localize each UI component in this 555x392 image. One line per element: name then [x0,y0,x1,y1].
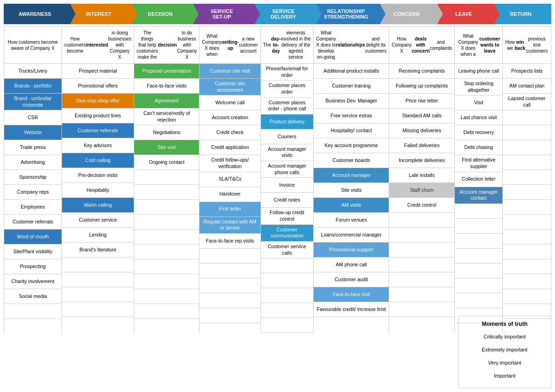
data-cell-r6-c8 [503,155,551,170]
data-cell-r4-c2: Negotiations [134,125,199,140]
data-cell-r0-c3: Customer site visit [199,64,260,79]
data-cell-r16-c3 [199,308,260,323]
data-cell-r13-c4 [261,273,314,288]
data-cell-r15-c5: Face-to-face visit [314,287,389,302]
data-cell-r7-c1: Pre-decision visits [62,168,134,183]
data-cell-r12-c8 [503,244,551,259]
data-cell-r10-c8 [503,215,551,230]
data-cell-r3-c5: Free service extras [314,108,389,123]
data-cell-r12-c2 [134,244,199,259]
data-cell-r0-c8: Prospects lists [503,64,551,79]
data-cell-r9-c2 [134,200,199,215]
data-cell-r1-c8: AM contact plan [503,79,551,94]
data-cell-r8-c6: Staff churn [389,183,454,198]
desc-cell-4: The day-to-day elements involved in the … [261,27,314,64]
data-cell-r9-c6: Credit control [389,198,454,213]
data-cell-r2-c6: Price rise letter [389,94,454,108]
data-cell-r16-c1 [62,302,134,317]
data-cell-r10-c5: Forum venues [314,213,389,228]
data-cell-r9-c3: First order [199,202,260,217]
page: AWARENESSINTERESTDECISIONSERVICESET-UPSE… [0,0,555,392]
data-cell-r7-c5: Account manager [314,168,389,183]
data-cell-r3-c3: Account creation [199,110,260,125]
data-cell-r9-c7 [455,204,503,219]
desc-cell-1: How customers become interested in doing… [62,27,134,64]
data-cell-r7-c7: Collection letter [455,172,503,187]
data-cell-r2-c0: Brand - umbrella/ corporate [4,94,62,110]
data-cell-r15-c1 [62,287,134,302]
data-cell-r7-c4: Invoice [261,178,314,193]
data-cell-r6-c1: Cold calling [62,153,134,168]
data-cell-r11-c2 [134,230,199,244]
desc-cell-2: The things that help customers make the … [134,27,199,64]
data-cell-r12-c1: Brand's literature [62,243,134,257]
data-cell-r0-c6: Receiving complaints [389,64,454,79]
data-cell-r11-c5: Loans/commercial manager [314,228,389,243]
data-cell-r2-c3: Welcome call [199,95,260,110]
data-cell-r0-c7: Leaving phone call [455,64,503,79]
data-cell-r13-c2 [134,259,199,274]
data-cell-r14-c5: Customer audit [314,272,389,287]
data-cell-r4-c1: Customer referrals [62,123,134,138]
data-cell-r8-c3: Handover [199,187,260,202]
data-cell-r9-c1: Warm calling [62,198,134,213]
data-cell-r3-c8 [503,110,551,125]
data-cell-r6-c3: Credit follow-ups/ verification [199,155,260,172]
data-cell-r6-c5: Customer boards [314,153,389,168]
header-cell-decision: DECISION [131,4,193,24]
data-cell-r11-c4: Customer service calls [261,242,314,258]
legend-item-0: Critically important [463,331,546,342]
data-cell-r5-c1: Key advisors [62,138,134,153]
main-grid: How customers become aware of Company XT… [4,26,551,333]
data-cell-r3-c7: Last chance visit [455,110,503,125]
header-cell-return: RETURN [494,4,551,24]
data-cell-r13-c5: AM phone call [314,257,389,272]
data-cell-r15-c0: Social media [4,289,62,304]
data-cell-r11-c3: Face-to-face rep visits [199,234,260,249]
data-cell-r13-c8 [503,259,551,274]
data-cell-r14-c4 [261,288,314,303]
column-1: How customers become interested in doing… [62,27,134,333]
data-cell-r4-c4: Couriers [261,129,314,144]
data-cell-r14-c1 [62,272,134,287]
data-cell-r8-c8 [503,185,551,200]
data-cell-r15-c7 [455,293,503,308]
legend-item-1: Extremely important [463,344,546,355]
data-cell-r6-c0: Advertising [4,155,62,170]
data-cell-r8-c0: Company reps [4,185,62,200]
data-cell-r10-c1: Customer service [62,213,134,228]
column-2: The things that help customers make the … [134,27,200,333]
data-cell-r2-c2: Agreement [134,94,199,108]
data-cell-r10-c7 [455,219,503,234]
data-cell-r14-c0: Charity involvement [4,274,62,289]
data-cell-r8-c1: Hospitality [62,183,134,198]
data-cell-r2-c4: Customer places order - phone call [261,98,314,115]
header-row: AWARENESSINTERESTDECISIONSERVICESET-UPSE… [4,4,551,24]
data-cell-r7-c3: SLA/T&Cs [199,172,260,187]
data-cell-r10-c2 [134,215,199,230]
data-cell-r14-c8 [503,274,551,289]
data-cell-r5-c7: Debt chasing [455,140,503,155]
data-cell-r7-c8 [503,170,551,185]
legend-box: Moments of truthCritically importantExtr… [458,316,551,388]
data-cell-r3-c0: CSR [4,110,62,125]
data-cell-r2-c7: Visit [455,95,503,110]
data-cell-r13-c7 [455,264,503,278]
column-0: How customers become aware of Company XT… [4,27,62,333]
data-cell-r7-c6: Late installs [389,168,454,183]
data-cell-r11-c1: Lending [62,228,134,243]
data-cell-r16-c0 [4,304,62,319]
desc-cell-7: What Company X does when a customer want… [455,27,503,64]
data-cell-r12-c3 [199,249,260,264]
data-cell-r9-c5: AM visits [314,198,389,213]
data-cell-r1-c0: Brands - portfolio [4,79,62,94]
data-cell-r15-c8 [503,289,551,304]
column-6: How Company X deals with concern and com… [389,27,455,333]
data-cell-r15-c2 [134,289,199,304]
data-cell-r8-c4: Credit notes [261,193,314,208]
data-cell-r4-c0: Website [4,125,62,140]
data-cell-r11-c0: Word of mouth [4,230,62,244]
column-3: What Company X does when setting-up a ne… [199,27,260,333]
data-cell-r16-c6 [389,302,454,317]
data-cell-r15-c3 [199,293,260,308]
